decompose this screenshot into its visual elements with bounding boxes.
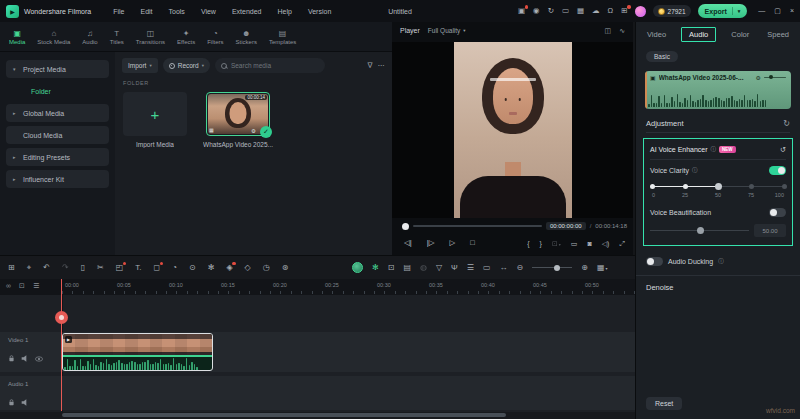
menu-version[interactable]: Version <box>308 8 331 15</box>
menu-view[interactable]: View <box>201 8 216 15</box>
chroma-key-icon[interactable]: ✻ <box>208 264 215 272</box>
sidebar-item-folder[interactable]: Folder <box>6 82 109 100</box>
gift-icon[interactable]: ▣ <box>518 7 525 15</box>
filmora-logo-icon[interactable]: ▶ <box>6 5 19 18</box>
next-frame-icon[interactable]: |▷ <box>427 239 435 247</box>
import-media-tile[interactable]: + Import Media <box>123 92 187 148</box>
redo-icon[interactable]: ↷ <box>62 264 69 272</box>
ai-assistant-icon[interactable] <box>352 262 363 273</box>
scrub-handle[interactable] <box>402 223 409 230</box>
record-button[interactable]: Record ▾ <box>163 58 210 73</box>
zoom-out-icon[interactable]: ⊖ <box>517 264 524 272</box>
menu-file[interactable]: File <box>113 8 124 15</box>
clarity-tick-dot[interactable] <box>749 184 754 189</box>
tab-audio[interactable]: Audio <box>681 27 716 42</box>
sidebar-item-editing-presets[interactable]: ▸Editing Presets <box>6 148 109 166</box>
undo-icon[interactable]: ↶ <box>43 264 50 272</box>
play-icon[interactable]: ▷ <box>449 239 455 247</box>
mask-icon[interactable]: ◻ <box>154 264 161 272</box>
screen-record-icon[interactable]: ▭ <box>483 264 491 272</box>
proxy-icon[interactable]: ▤ <box>403 264 411 272</box>
crop-icon[interactable]: ◰ <box>116 264 124 272</box>
gear-icon[interactable]: ⚙ <box>756 74 761 81</box>
ai-reset-icon[interactable]: ↺ <box>780 145 786 154</box>
tab-filters[interactable]: ◔Filters <box>202 29 228 45</box>
tab-effects[interactable]: ✦Effects <box>172 29 200 45</box>
video-preview[interactable] <box>454 42 572 218</box>
info-icon[interactable]: ⓘ <box>711 146 717 153</box>
horizontal-scrollbar[interactable] <box>62 413 506 417</box>
filter-icon[interactable]: ∇ <box>367 61 372 70</box>
menu-edit[interactable]: Edit <box>140 8 152 15</box>
track-height-icon[interactable]: ☰ <box>33 282 39 290</box>
tab-video[interactable]: Video <box>644 28 669 41</box>
playhead-knob[interactable] <box>55 311 68 324</box>
import-plus-icon[interactable]: + <box>123 92 187 136</box>
sidebar-item-influencer-kit[interactable]: ▸Influencer Kit <box>6 170 109 188</box>
clarity-tick-dot[interactable] <box>683 184 688 189</box>
mask-shield-icon[interactable]: ▽ <box>436 264 442 272</box>
clip-volume-slider[interactable] <box>764 77 786 79</box>
clip-thumbnail[interactable]: 00:00:14 ▦ ⚙ ✓ <box>206 92 270 136</box>
scrub-track[interactable] <box>413 225 542 227</box>
beautification-slider-knob[interactable] <box>697 227 704 234</box>
coins-badge[interactable]: 27921 <box>653 5 691 17</box>
search-input[interactable]: Search media <box>215 58 325 73</box>
cloud-icon[interactable]: ☁ <box>592 7 600 15</box>
clarity-tick-dot[interactable] <box>650 184 655 189</box>
more-options-icon[interactable]: ⋯ <box>378 61 386 70</box>
clarity-tick-dot[interactable] <box>782 184 787 189</box>
fullscreen-icon[interactable]: ⤢ <box>619 240 625 247</box>
keyframe-icon[interactable]: ◇ <box>245 264 251 272</box>
tab-color[interactable]: Color <box>728 28 752 41</box>
timer-icon[interactable]: ◷ <box>263 264 270 272</box>
menu-help[interactable]: Help <box>278 8 292 15</box>
speed-icon[interactable]: ◔ <box>172 264 177 272</box>
media-browser-icon[interactable]: ⊞ <box>8 264 15 272</box>
gear-icon[interactable]: ⚙ <box>251 128 256 134</box>
audio-ducking-toggle[interactable] <box>646 257 663 266</box>
zoom-slider[interactable] <box>532 263 572 273</box>
tab-stickers[interactable]: ☻Stickers <box>231 29 262 45</box>
quality-dropdown[interactable]: Full Quality ▾ <box>428 27 466 34</box>
beautification-slider[interactable] <box>650 227 749 234</box>
info-icon[interactable]: ⓘ <box>692 167 698 174</box>
motion-track-icon[interactable]: ⊙ <box>189 264 196 272</box>
text-icon[interactable]: T. <box>135 264 141 272</box>
stop-icon[interactable]: □ <box>470 239 475 247</box>
sync-icon[interactable]: ↻ <box>548 7 554 15</box>
lock-icon[interactable] <box>8 348 15 366</box>
thumbnail-view-icon[interactable]: ⊡ <box>19 282 25 290</box>
avatar[interactable] <box>635 6 646 17</box>
beautification-value-field[interactable]: 50.00 <box>754 224 786 237</box>
menu-tools[interactable]: Tools <box>169 8 185 15</box>
mark-out-icon[interactable]: } <box>540 240 542 247</box>
disabled-tool-icon[interactable]: ◍ <box>420 264 427 272</box>
audio-mixer-icon[interactable]: ☰ <box>467 264 474 272</box>
ai-tools-icon[interactable]: ✻ <box>372 264 379 272</box>
render-preview-icon[interactable]: ⊡▾ <box>552 240 561 247</box>
clip-tile[interactable]: 00:00:14 ▦ ⚙ ✓ WhatsApp Video 2025... <box>206 92 270 148</box>
zoom-in-icon[interactable]: ⊕ <box>581 264 588 272</box>
scope-icon[interactable]: ∿ <box>619 27 625 34</box>
import-button[interactable]: Import ▾ <box>122 58 158 73</box>
mouse-icon[interactable]: ◉ <box>533 7 540 15</box>
delete-icon[interactable]: ▯ <box>81 264 85 272</box>
tab-stock-media[interactable]: ⌂Stock Media <box>32 29 75 45</box>
export-caret-icon[interactable]: ▾ <box>738 8 741 14</box>
select-tool-icon[interactable]: ⌖ <box>27 264 32 272</box>
link-clips-icon[interactable]: ∞ <box>6 282 11 290</box>
mute-icon[interactable] <box>21 348 29 366</box>
mute-icon[interactable] <box>21 392 29 410</box>
adjustment-reset-icon[interactable]: ↻ <box>783 119 790 128</box>
timeline-ruler[interactable]: ∞⊡☰ 00:0000:0500:1000:1500:2000:2500:300… <box>0 279 635 295</box>
voice-clarity-toggle[interactable] <box>769 166 786 175</box>
tab-media[interactable]: ▣Media <box>4 29 30 45</box>
close-button[interactable]: × <box>790 7 794 15</box>
snapshot-camera-icon[interactable]: ◙ <box>587 240 591 247</box>
zoom-tool-icon[interactable]: ⊛ <box>282 264 289 272</box>
reset-button[interactable]: Reset <box>646 397 682 410</box>
tab-titles[interactable]: TTitles <box>105 29 129 45</box>
tab-templates[interactable]: ▤Templates <box>264 29 301 45</box>
menu-extended[interactable]: Extended <box>232 8 262 15</box>
